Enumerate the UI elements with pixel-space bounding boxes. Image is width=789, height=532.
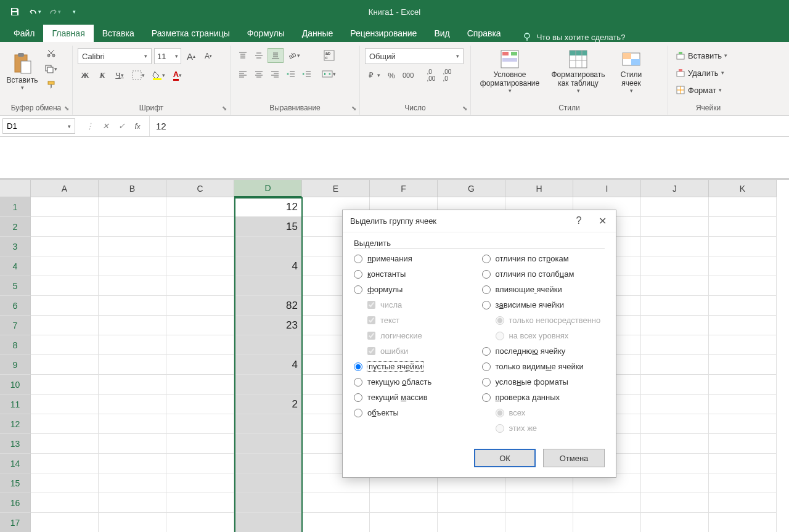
cell[interactable] bbox=[166, 335, 234, 355]
increase-font-icon[interactable]: A▴ bbox=[184, 49, 198, 63]
tab-вид[interactable]: Вид bbox=[425, 25, 458, 42]
cell[interactable] bbox=[709, 217, 777, 237]
cell[interactable] bbox=[641, 276, 709, 296]
accounting-format-icon[interactable]: ₽▾ bbox=[365, 68, 383, 83]
cell[interactable] bbox=[234, 414, 302, 434]
radio-condfmt[interactable]: условные форматы bbox=[482, 377, 605, 387]
tab-главная[interactable]: Главная bbox=[43, 25, 93, 42]
cell[interactable] bbox=[31, 217, 99, 237]
cell[interactable]: 2 bbox=[234, 395, 302, 414]
increase-decimal-icon[interactable]: ,0,00 bbox=[423, 68, 438, 83]
cell[interactable] bbox=[641, 256, 709, 276]
tab-вставка[interactable]: Вставка bbox=[94, 25, 143, 42]
cell[interactable] bbox=[709, 296, 777, 316]
cell[interactable] bbox=[709, 355, 777, 375]
radio-region[interactable]: текущую область bbox=[354, 377, 477, 387]
cell-styles-button[interactable]: Стили ячеек▾ bbox=[613, 46, 650, 97]
borders-icon[interactable]: ▾ bbox=[129, 68, 147, 83]
row-header[interactable]: 15 bbox=[0, 473, 31, 493]
cell[interactable] bbox=[370, 493, 438, 513]
cell[interactable]: 4 bbox=[234, 256, 302, 276]
cell[interactable]: 12 bbox=[234, 197, 302, 217]
cell[interactable] bbox=[99, 493, 166, 513]
cell[interactable] bbox=[641, 335, 709, 355]
delete-cells-button[interactable]: Удалить▾ bbox=[673, 65, 730, 80]
cell[interactable] bbox=[438, 493, 505, 513]
tab-файл[interactable]: Файл bbox=[5, 25, 43, 42]
cell[interactable] bbox=[166, 375, 234, 395]
cell[interactable] bbox=[99, 276, 166, 296]
cell[interactable] bbox=[99, 197, 166, 217]
cut-icon[interactable] bbox=[42, 46, 60, 60]
cell[interactable]: 15 bbox=[234, 217, 302, 237]
tab-данные[interactable]: Данные bbox=[293, 25, 342, 42]
column-header[interactable]: A bbox=[31, 180, 99, 197]
radio-dependents[interactable]: зависимые ячейки bbox=[482, 300, 605, 309]
cell[interactable] bbox=[709, 454, 777, 473]
cell[interactable]: 82 bbox=[234, 296, 302, 316]
cell[interactable] bbox=[31, 276, 99, 296]
cell[interactable] bbox=[166, 217, 234, 237]
cell[interactable] bbox=[234, 454, 302, 473]
number-format-combo[interactable]: Общий▾ bbox=[365, 48, 464, 64]
dialog-launcher-icon[interactable]: ⬊ bbox=[220, 104, 229, 112]
row-header[interactable]: 4 bbox=[0, 256, 31, 276]
row-header[interactable]: 1 bbox=[0, 197, 31, 217]
radio-constants[interactable]: константы bbox=[354, 269, 477, 279]
row-header[interactable]: 12 bbox=[0, 414, 31, 434]
align-bottom-icon[interactable] bbox=[268, 48, 284, 63]
cell[interactable] bbox=[166, 395, 234, 414]
cell[interactable] bbox=[99, 316, 166, 335]
format-cells-button[interactable]: Формат▾ bbox=[673, 83, 730, 97]
column-header[interactable]: B bbox=[99, 180, 166, 197]
increase-indent-icon[interactable] bbox=[300, 67, 314, 81]
tab-разметка страницы[interactable]: Разметка страницы bbox=[143, 25, 239, 42]
column-header[interactable]: J bbox=[641, 180, 709, 197]
cell[interactable] bbox=[166, 434, 234, 454]
cell[interactable] bbox=[641, 434, 709, 454]
format-as-table-button[interactable]: Форматировать как таблицу▾ bbox=[546, 46, 610, 97]
cell[interactable] bbox=[709, 493, 777, 513]
cancel-button[interactable]: Отмена bbox=[543, 449, 605, 467]
underline-button[interactable]: Ч▾ bbox=[112, 68, 127, 83]
cancel-formula-icon[interactable]: ✕ bbox=[99, 120, 112, 133]
cell[interactable] bbox=[505, 513, 573, 532]
insert-cells-button[interactable]: Вставить▾ bbox=[673, 48, 730, 63]
cell[interactable] bbox=[99, 513, 166, 532]
cell[interactable] bbox=[709, 237, 777, 256]
row-header[interactable]: 9 bbox=[0, 355, 31, 375]
cell[interactable] bbox=[166, 197, 234, 217]
bold-button[interactable]: Ж bbox=[78, 68, 92, 83]
cell[interactable] bbox=[166, 473, 234, 493]
cell[interactable] bbox=[166, 276, 234, 296]
cell[interactable] bbox=[641, 296, 709, 316]
cell[interactable] bbox=[641, 217, 709, 237]
formula-input[interactable]: 12 bbox=[150, 116, 789, 136]
cell[interactable] bbox=[709, 256, 777, 276]
cell[interactable] bbox=[641, 197, 709, 217]
cell[interactable]: 4 bbox=[234, 355, 302, 375]
ok-button[interactable]: ОК bbox=[474, 449, 536, 467]
fx-cancel-icon[interactable]: ⋮ bbox=[83, 120, 96, 133]
decrease-indent-icon[interactable] bbox=[284, 67, 298, 81]
radio-blanks[interactable]: пустые ячейки bbox=[354, 362, 477, 371]
row-header[interactable]: 14 bbox=[0, 454, 31, 473]
cell[interactable] bbox=[166, 237, 234, 256]
cell[interactable] bbox=[234, 434, 302, 454]
qat-customize-icon[interactable]: ▾ bbox=[65, 3, 83, 20]
cell[interactable] bbox=[709, 473, 777, 493]
cell[interactable] bbox=[709, 197, 777, 217]
column-header[interactable]: C bbox=[166, 180, 234, 197]
cell[interactable] bbox=[31, 473, 99, 493]
column-header[interactable]: G bbox=[438, 180, 505, 197]
cell[interactable] bbox=[641, 513, 709, 532]
decrease-decimal-icon[interactable]: ,00,0 bbox=[439, 68, 454, 83]
radio-coldiff[interactable]: отличия по столбцам bbox=[482, 269, 605, 279]
cell[interactable] bbox=[234, 375, 302, 395]
align-center-icon[interactable] bbox=[251, 67, 266, 81]
radio-objects[interactable]: объекты bbox=[354, 408, 477, 417]
cell[interactable] bbox=[234, 473, 302, 493]
name-box[interactable]: D1▾ bbox=[2, 118, 75, 134]
cell[interactable] bbox=[99, 217, 166, 237]
radio-datavalid[interactable]: проверка данных bbox=[482, 393, 605, 402]
